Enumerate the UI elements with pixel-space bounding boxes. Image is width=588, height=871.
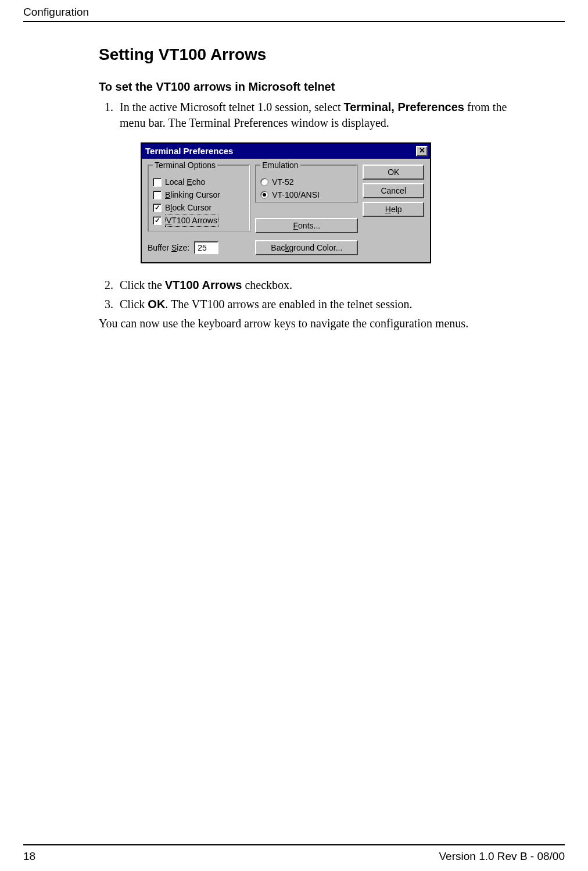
step-1-pre: In the active Microsoft telnet 1.0 sessi… <box>120 101 343 113</box>
buffer-size-label: Buffer Size: <box>148 242 189 254</box>
checkbox-label: Blinking Cursor <box>165 190 220 201</box>
checkbox-label: Local Echo <box>165 177 205 188</box>
footer-rule <box>23 844 565 845</box>
step-3-bold: OK <box>148 298 165 310</box>
cancel-button[interactable]: Cancel <box>363 183 424 198</box>
radio-icon <box>260 191 268 199</box>
step-2: Click the VT100 Arrows checkbox. <box>116 277 529 293</box>
help-button[interactable]: Help <box>363 202 424 217</box>
fonts-button[interactable]: Fonts... <box>255 218 358 233</box>
step-1-bold: Terminal, Preferences <box>343 101 464 113</box>
steps-list: In the active Microsoft telnet 1.0 sessi… <box>99 99 529 312</box>
checkbox-icon <box>153 178 162 187</box>
step-3-post: . The VT100 arrows are enabled in the te… <box>165 298 412 310</box>
emulation-legend: Emulation <box>260 160 300 171</box>
step-2-bold: VT100 Arrows <box>165 279 242 291</box>
step-2-post: checkbox. <box>242 279 292 291</box>
checkbox-vt100-arrows[interactable]: ✓ VT100 Arrows <box>153 214 245 227</box>
checkbox-block-cursor[interactable]: ✓ Block Cursor <box>153 201 245 214</box>
step-3-pre: Click <box>120 298 148 310</box>
emulation-group: Emulation VT-52 VT-100/ANSI <box>255 165 358 203</box>
page-title: Setting VT100 Arrows <box>99 45 529 64</box>
close-icon: ✕ <box>419 146 425 155</box>
checkbox-blinking-cursor[interactable]: Blinking Cursor <box>153 188 245 201</box>
terminal-preferences-dialog: Terminal Preferences ✕ Terminal Options <box>141 142 431 263</box>
header-section: Configuration <box>23 0 565 22</box>
ok-button[interactable]: OK <box>363 165 424 180</box>
checkbox-icon: ✓ <box>153 216 162 225</box>
version-string: Version 1.0 Rev B - 08/00 <box>439 850 565 863</box>
radio-label: VT-52 <box>272 177 293 188</box>
step-2-pre: Click the <box>120 279 165 291</box>
checkbox-label: VT100 Arrows <box>165 215 218 227</box>
close-button[interactable]: ✕ <box>416 146 428 156</box>
radio-icon <box>260 178 268 186</box>
buffer-size-row: Buffer Size: 25 <box>148 241 250 254</box>
background-color-button[interactable]: Background Color... <box>255 240 358 255</box>
dialog-title: Terminal Preferences <box>145 145 233 157</box>
checkbox-icon <box>153 191 162 199</box>
step-1: In the active Microsoft telnet 1.0 sessi… <box>116 99 529 263</box>
radio-label: VT-100/ANSI <box>272 190 320 201</box>
terminal-options-legend: Terminal Options <box>153 160 217 171</box>
step-3: Click OK. The VT100 arrows are enabled i… <box>116 297 529 312</box>
terminal-options-group: Terminal Options Local Echo Blinking Cur… <box>148 165 250 232</box>
checkbox-icon: ✓ <box>153 204 162 212</box>
dialog-titlebar: Terminal Preferences ✕ <box>142 144 430 159</box>
closing-paragraph: You can now use the keyboard arrow keys … <box>99 316 529 331</box>
radio-vt52[interactable]: VT-52 <box>260 176 353 188</box>
buffer-size-input[interactable]: 25 <box>194 241 218 254</box>
page-number: 18 <box>23 850 35 863</box>
radio-vt100-ansi[interactable]: VT-100/ANSI <box>260 188 353 201</box>
checkbox-local-echo[interactable]: Local Echo <box>153 176 245 188</box>
checkbox-label: Block Cursor <box>165 202 211 213</box>
procedure-heading: To set the VT100 arrows in Microsoft tel… <box>99 80 529 94</box>
